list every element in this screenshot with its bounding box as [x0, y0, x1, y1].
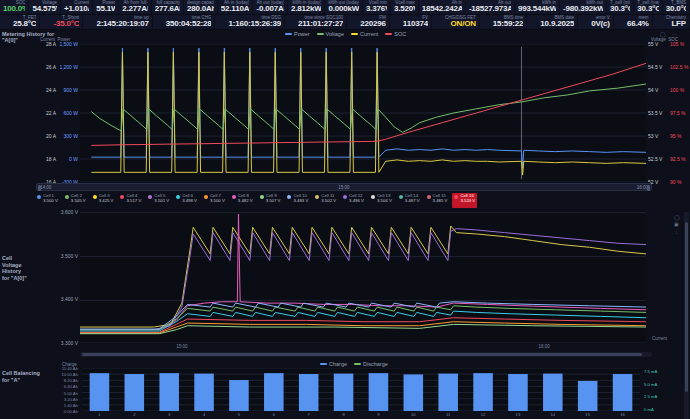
stat-design-capacity: design capacity280.0Ah [184, 0, 218, 14]
cell-color-dot-icon [65, 195, 69, 199]
cell-legend-cell-14[interactable]: Cell 143.487 V [397, 193, 422, 208]
panel1-legend: PowerVoltageCurrentSOC [285, 31, 406, 37]
left-axis-power-label: 1,200 W [52, 65, 78, 70]
stat-value: 3.520V [394, 5, 415, 14]
cell-voltage-value: 3.520 V [460, 199, 475, 204]
right-axis-voltage-label: 53 V [648, 134, 668, 139]
cell-color-dot-icon [454, 195, 458, 199]
stat-value: 277.6Ah [155, 5, 180, 14]
stat-value: 2:145:20:19:07 [86, 20, 148, 29]
panel2-x-label: 16:00 [538, 344, 549, 349]
cell-text: Cell 73.500 V [210, 194, 225, 204]
cell-text: Cell 23.505 V [71, 194, 86, 204]
slider-time-label: 15:00 [338, 185, 349, 190]
horizontal-scrollbar[interactable] [80, 352, 652, 357]
legend-swatch-icon [351, 33, 358, 35]
panel3-x-label: 4 [203, 412, 205, 417]
cell-legend-cell-15[interactable]: Cell 153.485 V [425, 193, 450, 208]
cell-legend-cell-6[interactable]: Cell 63.498 V [174, 193, 199, 208]
cell-color-dot-icon [287, 195, 291, 199]
stat-value: 30.3°C [610, 5, 630, 14]
cell-balancing-chart[interactable] [82, 368, 640, 411]
stat-t-cell-min: T_cell (min)30.3°C [607, 0, 634, 14]
stat-voltage: Voltage54.575V [29, 0, 61, 14]
legend-item-current[interactable]: Current [351, 31, 378, 37]
cell-text: Cell 63.498 V [182, 194, 197, 204]
cell-voltage-history-chart[interactable] [80, 210, 646, 343]
panel3-y-label: 6:40 Ah [52, 384, 78, 389]
cell-legend-cell-13[interactable]: Cell 133.504 V [369, 193, 394, 208]
right-axis-soc-label: 95 % [670, 134, 690, 139]
panel2-title-line: for "A[0]" [2, 275, 27, 282]
stat-value: 18542.242Ah [422, 5, 462, 14]
panel2-y-label: 3.500 V [50, 253, 78, 258]
legend-item-charge[interactable]: Charge [320, 361, 347, 367]
cell-legend-cell-11[interactable]: Cell 113.502 V [313, 193, 338, 208]
stat-mem: mem66.4% [614, 15, 653, 29]
right-axis-voltage-label: 54 V [648, 88, 668, 93]
stat-power: Power55.1W [93, 0, 119, 14]
cell-legend-cell-1[interactable]: Cell 13.500 V [35, 193, 60, 208]
panel-circle-icon[interactable]: ◯ [660, 31, 666, 37]
cell-legend-cell-3[interactable]: Cell 33.425 V [91, 193, 116, 208]
time-range-slider[interactable]: 14:0015:0016:00 [36, 183, 652, 191]
horizontal-scrollbar-thumb[interactable] [82, 353, 642, 356]
panel2-y-label: 3.300 V [50, 340, 78, 345]
cell-color-dot-icon [260, 195, 264, 199]
vertical-scrollbar-thumb[interactable] [685, 222, 688, 392]
stat-ah-in: Ah in18542.242Ah [419, 0, 466, 14]
cell-color-dot-icon [120, 195, 124, 199]
stat-t-shunt: T_Shunt-35.0°C [40, 15, 83, 29]
stat-fm: FM220296 [347, 15, 390, 29]
legend-item-soc[interactable]: SOC [385, 31, 406, 37]
stat-time-chg: time CHG350:04:52:28 [153, 15, 216, 29]
panel3-x-label: 14 [550, 412, 555, 417]
cell-color-dot-icon [37, 195, 41, 199]
legend-item-voltage[interactable]: Voltage [317, 31, 344, 37]
panel3-title: Cell Balancingfor "A" [2, 370, 40, 383]
panel3-right-axis-label: 0 mA [644, 406, 654, 411]
cell-legend-cell-10[interactable]: Cell 103.483 V [285, 193, 310, 208]
cell-legend-cell-4[interactable]: Cell 43.517 V [118, 193, 143, 208]
right-axis-soc-label: 100 % [670, 88, 690, 93]
slider-left-handle[interactable] [38, 185, 41, 191]
legend-swatch-icon [385, 33, 392, 35]
legend-item-discharge[interactable]: Discharge [354, 361, 388, 367]
top-stats-bar: SOC100.0%Voltage54.575VCurrent+1.010APow… [0, 0, 690, 29]
vertical-scrollbar[interactable] [684, 212, 689, 419]
stat-soc: SOC100.0% [0, 0, 29, 14]
panel2-dots-icon[interactable]: ⋮ [674, 228, 679, 234]
legend-item-power[interactable]: Power [285, 31, 310, 37]
stat-value: 3.376V [366, 5, 387, 14]
cell-legend-cell-8[interactable]: Cell 83.482 V [230, 193, 255, 208]
cell-voltage-value: 3.507 V [266, 199, 281, 204]
cell-voltage-value: 3.482 V [238, 199, 253, 204]
legend-label: Power [294, 31, 310, 37]
cell-legend-cell-7[interactable]: Cell 73.500 V [202, 193, 227, 208]
stat-t-cell-max: T_cell (max)30.3°C [634, 0, 662, 14]
cell-text: Cell 53.501 V [154, 194, 169, 204]
right-axis-voltage-label: 54.5 V [648, 65, 668, 70]
legend-swatch-icon [285, 33, 292, 35]
left-axis-power-label: 300 W [52, 134, 78, 139]
cell-legend-cell-16[interactable]: Cell 163.520 V [452, 193, 477, 208]
cell-legend-cell-5[interactable]: Cell 53.501 V [146, 193, 171, 208]
cell-color-dot-icon [427, 195, 431, 199]
panel2-grid-icon[interactable]: ▣ [674, 221, 679, 227]
stat-fv: FV110374 [390, 15, 432, 29]
cell-legend-cell-9[interactable]: Cell 93.507 V [258, 193, 283, 208]
stat-time-up: time up2:145:20:19:07 [83, 15, 152, 29]
stat-value: 54.575V [32, 5, 57, 14]
panel2-title: CellVoltageHistoryfor "A[0]" [2, 255, 27, 281]
cell-voltage-value: 3.485 V [433, 199, 448, 204]
metering-history-chart[interactable] [80, 44, 646, 182]
slider-right-handle[interactable] [647, 185, 650, 191]
cell-legend-cell-2[interactable]: Cell 23.505 V [63, 193, 88, 208]
stat-value: 220296 [350, 20, 386, 29]
panel-menu-icon[interactable]: ⋯ [672, 31, 677, 37]
cell-legend-cell-12[interactable]: Cell 123.496 V [341, 193, 366, 208]
panel2-circle-icon[interactable]: ◯ [674, 214, 680, 220]
stat-value: 280.0Ah [187, 5, 214, 14]
legend-label: SOC [394, 31, 406, 37]
panel3-right-axis-label: 2.5 mA [644, 394, 657, 399]
